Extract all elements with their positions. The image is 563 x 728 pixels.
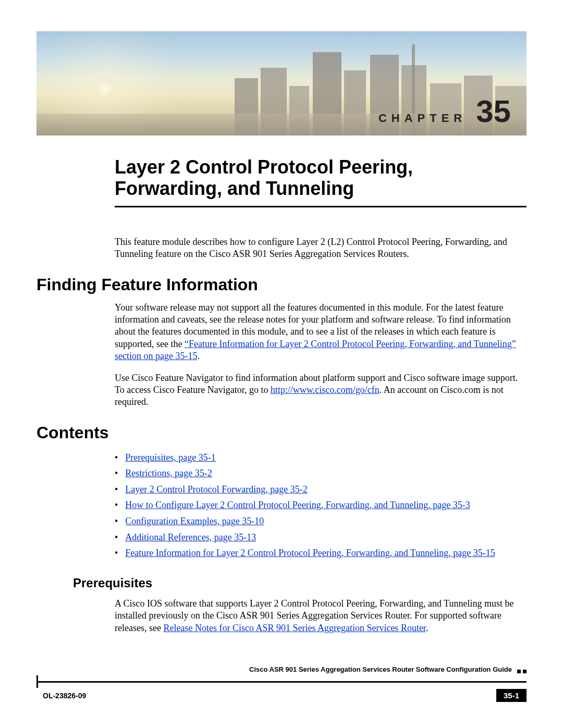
document-title: Layer 2 Control Protocol Peering, Forwar… bbox=[115, 156, 511, 200]
finding-p1-tail: . bbox=[197, 351, 200, 361]
toc-link-l2cp-forwarding[interactable]: Layer 2 Control Protocol Forwarding, pag… bbox=[125, 482, 307, 498]
toc-item: •Layer 2 Control Protocol Forwarding, pa… bbox=[115, 482, 527, 498]
toc-item: •Configuration Examples, page 35-10 bbox=[115, 513, 527, 529]
bullet-icon: • bbox=[115, 465, 118, 482]
page-footer: Cisco ASR 901 Series Aggregation Service… bbox=[36, 665, 527, 702]
toc-item: •How to Configure Layer 2 Control Protoc… bbox=[115, 497, 527, 513]
section-heading-prerequisites: Prerequisites bbox=[73, 576, 527, 590]
bullet-icon: • bbox=[115, 482, 118, 498]
chapter-label: CHAPTER bbox=[378, 112, 467, 125]
prerequisites-paragraph: A Cisco IOS software that supports Layer… bbox=[115, 598, 527, 634]
bullet-icon: • bbox=[115, 497, 118, 513]
title-rule bbox=[115, 206, 527, 207]
section-heading-contents: Contents bbox=[36, 423, 527, 442]
chapter-banner: CHAPTER 35 bbox=[36, 31, 527, 135]
toc-item: •Feature Information for Layer 2 Control… bbox=[115, 545, 527, 561]
finding-paragraph-1: Your software release may not support al… bbox=[115, 302, 527, 363]
bullet-icon: • bbox=[115, 513, 118, 529]
toc-link-restrictions[interactable]: Restrictions, page 35-2 bbox=[125, 465, 212, 482]
toc-item: •Restrictions, page 35-2 bbox=[115, 465, 527, 482]
toc-item: •Additional References, page 35-13 bbox=[115, 529, 527, 546]
section-heading-finding: Finding Feature Information bbox=[36, 275, 527, 294]
intro-paragraph: This feature module describes how to con… bbox=[115, 236, 527, 261]
chapter-number: 35 bbox=[476, 96, 511, 127]
bullet-icon: • bbox=[115, 529, 118, 546]
footer-doc-number: OL-23826-09 bbox=[43, 692, 86, 700]
toc-link-how-to-configure[interactable]: How to Configure Layer 2 Control Protoco… bbox=[125, 497, 470, 513]
prereq-tail: . bbox=[426, 623, 429, 633]
release-notes-link[interactable]: Release Notes for Cisco ASR 901 Series A… bbox=[163, 623, 425, 633]
toc-link-feature-info[interactable]: Feature Information for Layer 2 Control … bbox=[125, 545, 495, 561]
footer-rule bbox=[38, 681, 527, 683]
cfn-link[interactable]: http://www.cisco.com/go/cfn bbox=[271, 385, 380, 395]
toc-link-additional-refs[interactable]: Additional References, page 35-13 bbox=[125, 529, 256, 546]
toc-item: •Prerequisites, page 35-1 bbox=[115, 450, 527, 466]
bullet-icon: • bbox=[115, 450, 118, 466]
footer-dots-icon bbox=[517, 670, 527, 673]
contents-list: •Prerequisites, page 35-1 •Restrictions,… bbox=[115, 450, 527, 561]
footer-page-number: 35-1 bbox=[496, 689, 527, 702]
finding-paragraph-2: Use Cisco Feature Navigator to find info… bbox=[115, 372, 527, 409]
sun-glow bbox=[94, 78, 115, 99]
toc-link-prerequisites[interactable]: Prerequisites, page 35-1 bbox=[125, 450, 215, 466]
bullet-icon: • bbox=[115, 545, 118, 561]
toc-link-config-examples[interactable]: Configuration Examples, page 35-10 bbox=[125, 513, 264, 529]
footer-guide-title: Cisco ASR 901 Series Aggregation Service… bbox=[249, 665, 515, 673]
